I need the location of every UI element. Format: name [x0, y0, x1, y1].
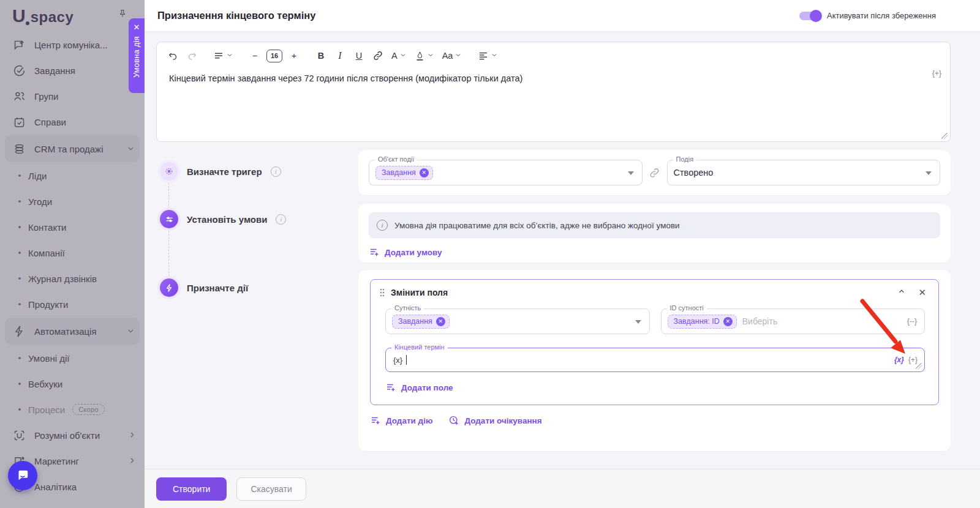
chevron-down-icon	[226, 51, 233, 61]
undo-icon[interactable]	[165, 48, 180, 64]
step-actions: Призначте дії	[160, 278, 248, 297]
info-icon[interactable]: i	[276, 214, 286, 225]
dropdown-arrow-icon	[635, 320, 641, 324]
chip-remove-icon[interactable]: ✕	[420, 168, 429, 177]
sidebar-subitem-processes: Процеси Скоро	[0, 397, 145, 422]
underline-button[interactable]: U	[352, 48, 366, 64]
entity-chip: Завдання ✕	[392, 315, 450, 329]
resize-handle[interactable]	[916, 363, 922, 369]
sidebar-item-automation[interactable]: Автоматизація	[5, 318, 140, 345]
redo-icon[interactable]	[184, 48, 199, 64]
chat-launcher-button[interactable]	[8, 461, 37, 490]
close-icon[interactable]: ✕	[918, 287, 926, 298]
sidebar-item-activities[interactable]: Справи	[0, 109, 145, 135]
event-object-label: Об'єкт події	[375, 155, 417, 163]
activate-toggle-label: Активувати після збереження	[827, 11, 936, 20]
conditions-panel: i Умовна дія працюватиме для всіх об’єкт…	[358, 204, 951, 263]
deadline-label: Кінцевий термін	[391, 343, 448, 351]
chat-bubble-icon	[15, 468, 30, 483]
chip-remove-icon[interactable]: ✕	[436, 317, 445, 326]
resize-handle[interactable]	[941, 133, 948, 139]
font-size-value[interactable]: 16	[266, 50, 282, 62]
card-fields-row: Сутність Завдання ✕ ID сутності Завдання…	[385, 308, 925, 334]
clock-plus-icon	[448, 415, 459, 426]
insert-variable-icon[interactable]: {--}	[907, 317, 917, 326]
conditions-info-banner: i Умовна дія працюватиме для всіх об’єкт…	[369, 212, 940, 238]
text-style-button[interactable]: Aa	[440, 48, 464, 64]
deadline-value: {x}	[393, 356, 402, 365]
add-field-button[interactable]: Додати поле	[385, 382, 453, 393]
sidebar-subitem-label: Ліди	[28, 171, 47, 181]
sidebar-item-tasks[interactable]: Завдання	[0, 58, 145, 83]
create-button[interactable]: Створити	[156, 477, 227, 501]
cancel-button[interactable]: Скасувати	[236, 477, 306, 501]
sidebar-subitem-conditional-actions[interactable]: Умовні дії	[0, 345, 145, 371]
text-color-button[interactable]: A	[390, 48, 409, 64]
logo-text: spacy	[31, 9, 74, 26]
link-chain-icon	[649, 167, 661, 179]
sidebar-subitem-products[interactable]: Продукти	[0, 291, 145, 317]
editor-content[interactable]: Кінцевий термін завдання через 72 години…	[157, 66, 950, 83]
insert-variable-icon[interactable]: {+}	[932, 69, 941, 78]
pin-icon[interactable]	[118, 9, 127, 21]
event-select[interactable]: Подія Створено	[667, 160, 941, 185]
step-conditions: Установіть умови i	[160, 210, 286, 228]
deadline-field[interactable]: Кінцевий термін {x} {x} {+}	[385, 348, 925, 372]
entity-id-label: ID сутності	[667, 304, 707, 312]
chip-label: Завдання	[382, 168, 416, 177]
line-height-icon[interactable]	[211, 48, 235, 64]
sidebar-subitem-leads[interactable]: Ліди	[0, 163, 145, 189]
event-object-select[interactable]: Об'єкт події Завдання ✕	[369, 160, 643, 185]
close-icon[interactable]: ✕	[134, 23, 140, 31]
activate-toggle[interactable]	[799, 12, 820, 20]
bullet-icon	[18, 303, 21, 305]
sidebar-subitem-call-log[interactable]: Журнал дзвінків	[0, 266, 145, 291]
chevron-down-icon	[127, 326, 135, 337]
step-label: Установіть умови	[187, 214, 267, 225]
chevron-down-icon	[491, 51, 498, 61]
sidebar-item-smart-objects[interactable]: Розумні об'єкти	[0, 422, 145, 448]
collapse-icon[interactable]	[897, 287, 906, 298]
event-label: Подія	[673, 155, 697, 163]
dropdown-arrow-icon	[628, 171, 634, 175]
sidebar-subitem-contacts[interactable]: Контакти	[0, 214, 145, 240]
sidebar-item-label: Аналітика	[34, 482, 136, 492]
sidebar-item-groups[interactable]: Групи	[0, 83, 145, 109]
list-plus-icon	[370, 415, 381, 426]
change-fields-card: Змінити поля ✕ Сутність Завдання ✕	[370, 279, 939, 405]
conditional-action-tab[interactable]: ✕ Умовна дія	[129, 18, 145, 93]
bullet-icon	[18, 383, 21, 385]
highlight-color-button[interactable]	[413, 48, 436, 64]
info-icon[interactable]: i	[271, 166, 281, 177]
font-size-decrease-button[interactable]: −	[247, 48, 262, 64]
check-circle-icon	[12, 64, 26, 77]
bullet-icon	[18, 357, 21, 359]
sidebar-subitem-companies[interactable]: Компанії	[0, 240, 145, 266]
actions-step-icon	[160, 278, 178, 297]
link-icon[interactable]	[371, 48, 385, 64]
font-size-increase-button[interactable]: +	[287, 48, 301, 64]
entity-select[interactable]: Сутність Завдання ✕	[385, 308, 650, 334]
add-condition-button[interactable]: Додати умову	[369, 247, 442, 258]
variable-token-icon[interactable]: {x}	[894, 356, 904, 364]
chevron-down-icon	[399, 51, 407, 61]
trigger-panel: Об'єкт події Завдання ✕ Подія Створено	[358, 150, 951, 195]
chevron-right-icon	[128, 456, 136, 466]
description-editor[interactable]: − 16 + B I U A Aa Кінцевий термін завдан…	[156, 42, 951, 142]
add-wait-label: Додати очікування	[464, 416, 541, 425]
italic-button[interactable]: I	[333, 48, 347, 64]
sidebar-subitem-webhooks[interactable]: Вебхуки	[0, 371, 145, 397]
drag-handle-icon[interactable]	[379, 288, 385, 297]
bold-button[interactable]: B	[314, 48, 328, 64]
add-action-button[interactable]: Додати дію	[370, 415, 432, 426]
sidebar-item-label: Центр комуніка...	[34, 40, 119, 50]
chip-label: Завдання	[398, 317, 432, 326]
chip-remove-icon[interactable]: ✕	[723, 317, 733, 326]
sidebar-item-comm-center[interactable]: Центр комуніка...	[0, 32, 145, 58]
align-button[interactable]	[476, 48, 500, 64]
main-panel: Призначення кінцевого терміну Активувати…	[145, 0, 980, 508]
sidebar-item-crm[interactable]: CRM та продажі	[5, 135, 140, 162]
add-wait-button[interactable]: Додати очікування	[448, 415, 541, 426]
sidebar-subitem-deals[interactable]: Угоди	[0, 189, 145, 214]
entity-id-select[interactable]: ID сутності Завдання: ID ✕ Виберіть {--}	[661, 308, 925, 334]
